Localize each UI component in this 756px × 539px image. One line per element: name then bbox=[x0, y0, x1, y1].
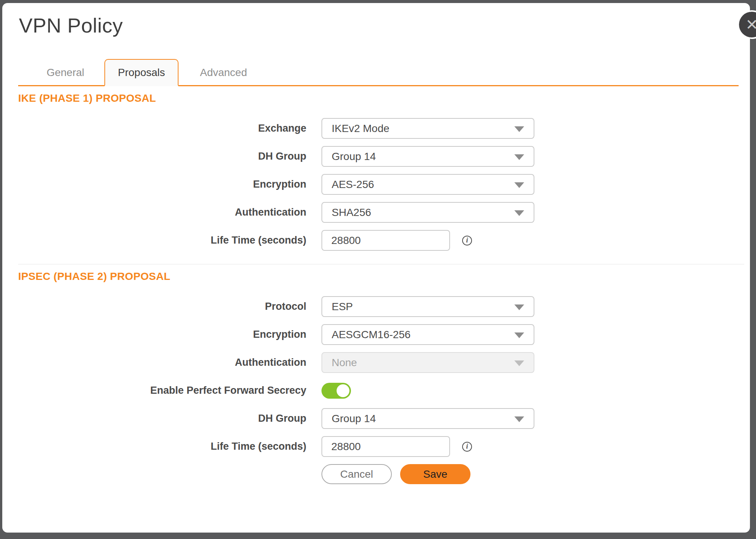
authentication-select-value: SHA256 bbox=[332, 207, 371, 219]
field-label-encryption: Encryption bbox=[18, 179, 306, 190]
field-label-authentication-p2: Authentication bbox=[18, 357, 306, 368]
form-row-lifetime-p2: Life Time (seconds) i bbox=[18, 436, 740, 457]
form-row-dh-group-p2: DH Group Group 14 bbox=[18, 408, 740, 429]
form-row-lifetime: Life Time (seconds) i bbox=[18, 230, 740, 251]
dropdown-arrow-icon bbox=[514, 126, 524, 132]
field-label-lifetime: Life Time (seconds) bbox=[18, 235, 306, 246]
dh-group-p2-select[interactable]: Group 14 bbox=[321, 408, 534, 429]
info-icon[interactable]: i bbox=[462, 236, 472, 245]
ike-phase1-fields: Exchange IKEv2 Mode DH Group Group 14 En… bbox=[18, 118, 740, 251]
field-label-encryption-p2: Encryption bbox=[18, 329, 306, 340]
form-row-dh-group: DH Group Group 14 bbox=[18, 146, 740, 167]
info-icon[interactable]: i bbox=[462, 442, 472, 452]
form-row-authentication-p2: Authentication None bbox=[18, 352, 740, 373]
dialog-footer: Cancel Save bbox=[321, 464, 740, 484]
form-row-protocol: Protocol ESP bbox=[18, 296, 740, 317]
lifetime-input[interactable] bbox=[321, 230, 450, 251]
lifetime-p2-input[interactable] bbox=[321, 436, 450, 457]
form-row-pfs: Enable Perfect Forward Secrecy bbox=[18, 380, 740, 401]
field-label-pfs: Enable Perfect Forward Secrecy bbox=[18, 385, 306, 396]
form-row-encryption: Encryption AES-256 bbox=[18, 174, 740, 195]
dh-group-select-value: Group 14 bbox=[332, 151, 376, 163]
tab-bar: General Proposals Advanced bbox=[18, 59, 739, 86]
dh-group-select[interactable]: Group 14 bbox=[321, 146, 534, 167]
tab-proposals[interactable]: Proposals bbox=[104, 59, 179, 86]
authentication-p2-select: None bbox=[321, 352, 534, 373]
field-label-dh-group-p2: DH Group bbox=[18, 413, 306, 424]
tab-advanced[interactable]: Advanced bbox=[188, 59, 259, 86]
dropdown-arrow-icon bbox=[514, 304, 524, 310]
section-heading-ike-phase1: IKE (PHASE 1) PROPOSAL bbox=[18, 92, 740, 104]
ipsec-phase2-fields: Protocol ESP Encryption AESGCM16-256 Aut… bbox=[18, 296, 740, 457]
section-heading-ipsec-phase2: IPSEC (PHASE 2) PROPOSAL bbox=[18, 270, 740, 283]
exchange-select-value: IKEv2 Mode bbox=[332, 123, 390, 135]
field-label-protocol: Protocol bbox=[18, 301, 306, 312]
field-label-authentication: Authentication bbox=[18, 207, 306, 218]
dropdown-arrow-icon bbox=[514, 182, 524, 188]
form-row-authentication: Authentication SHA256 bbox=[18, 202, 740, 223]
page-title: VPN Policy bbox=[19, 14, 123, 37]
vpn-policy-dialog: VPN Policy General Proposals Advanced IK… bbox=[2, 3, 750, 533]
pfs-toggle[interactable] bbox=[321, 383, 351, 399]
save-button[interactable]: Save bbox=[400, 464, 470, 484]
dh-group-p2-select-value: Group 14 bbox=[332, 413, 376, 425]
tab-general[interactable]: General bbox=[29, 59, 101, 86]
protocol-select-value: ESP bbox=[332, 301, 353, 313]
dropdown-arrow-icon bbox=[514, 332, 524, 338]
authentication-select[interactable]: SHA256 bbox=[321, 202, 534, 223]
field-label-lifetime-p2: Life Time (seconds) bbox=[18, 441, 306, 452]
dropdown-arrow-icon bbox=[514, 210, 524, 216]
exchange-select[interactable]: IKEv2 Mode bbox=[321, 118, 534, 139]
section-divider bbox=[18, 264, 744, 264]
dropdown-arrow-icon bbox=[514, 154, 524, 160]
encryption-p2-select[interactable]: AESGCM16-256 bbox=[321, 324, 534, 345]
dropdown-arrow-icon bbox=[514, 416, 524, 422]
tab-panel-proposals: IKE (PHASE 1) PROPOSAL Exchange IKEv2 Mo… bbox=[18, 86, 740, 484]
encryption-p2-select-value: AESGCM16-256 bbox=[332, 329, 411, 341]
dropdown-arrow-icon bbox=[514, 360, 524, 366]
encryption-select[interactable]: AES-256 bbox=[321, 174, 534, 195]
authentication-p2-select-value: None bbox=[332, 357, 357, 369]
form-row-encryption-p2: Encryption AESGCM16-256 bbox=[18, 324, 740, 345]
form-row-exchange: Exchange IKEv2 Mode bbox=[18, 118, 740, 139]
cancel-button[interactable]: Cancel bbox=[321, 464, 392, 484]
protocol-select[interactable]: ESP bbox=[321, 296, 534, 317]
field-label-exchange: Exchange bbox=[18, 123, 306, 134]
field-label-dh-group: DH Group bbox=[18, 151, 306, 162]
toggle-knob bbox=[337, 384, 349, 397]
encryption-select-value: AES-256 bbox=[332, 179, 374, 191]
